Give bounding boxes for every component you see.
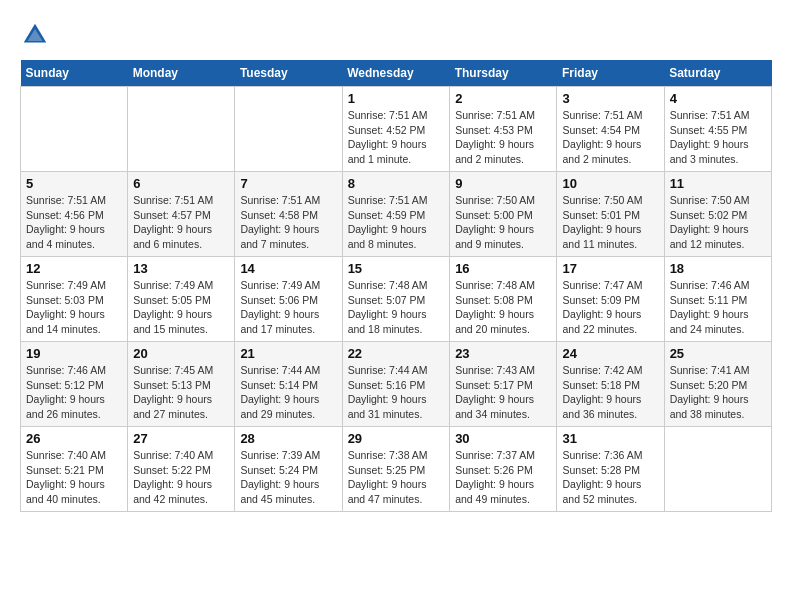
calendar-cell: 13Sunrise: 7:49 AM Sunset: 5:05 PM Dayli… xyxy=(128,257,235,342)
day-info: Sunrise: 7:46 AM Sunset: 5:11 PM Dayligh… xyxy=(670,278,766,337)
day-number: 18 xyxy=(670,261,766,276)
calendar-cell: 1Sunrise: 7:51 AM Sunset: 4:52 PM Daylig… xyxy=(342,87,450,172)
day-number: 27 xyxy=(133,431,229,446)
day-info: Sunrise: 7:45 AM Sunset: 5:13 PM Dayligh… xyxy=(133,363,229,422)
calendar-cell: 21Sunrise: 7:44 AM Sunset: 5:14 PM Dayli… xyxy=(235,342,342,427)
calendar-cell: 11Sunrise: 7:50 AM Sunset: 5:02 PM Dayli… xyxy=(664,172,771,257)
day-header-friday: Friday xyxy=(557,60,664,87)
calendar-cell: 19Sunrise: 7:46 AM Sunset: 5:12 PM Dayli… xyxy=(21,342,128,427)
day-number: 30 xyxy=(455,431,551,446)
calendar-cell: 24Sunrise: 7:42 AM Sunset: 5:18 PM Dayli… xyxy=(557,342,664,427)
day-info: Sunrise: 7:51 AM Sunset: 4:58 PM Dayligh… xyxy=(240,193,336,252)
day-number: 28 xyxy=(240,431,336,446)
calendar-cell: 29Sunrise: 7:38 AM Sunset: 5:25 PM Dayli… xyxy=(342,427,450,512)
day-number: 21 xyxy=(240,346,336,361)
calendar-cell: 5Sunrise: 7:51 AM Sunset: 4:56 PM Daylig… xyxy=(21,172,128,257)
day-number: 25 xyxy=(670,346,766,361)
day-info: Sunrise: 7:51 AM Sunset: 4:55 PM Dayligh… xyxy=(670,108,766,167)
day-number: 2 xyxy=(455,91,551,106)
calendar-header-row: SundayMondayTuesdayWednesdayThursdayFrid… xyxy=(21,60,772,87)
calendar-cell: 8Sunrise: 7:51 AM Sunset: 4:59 PM Daylig… xyxy=(342,172,450,257)
day-info: Sunrise: 7:49 AM Sunset: 5:05 PM Dayligh… xyxy=(133,278,229,337)
day-number: 29 xyxy=(348,431,445,446)
day-number: 13 xyxy=(133,261,229,276)
day-info: Sunrise: 7:37 AM Sunset: 5:26 PM Dayligh… xyxy=(455,448,551,507)
day-info: Sunrise: 7:40 AM Sunset: 5:22 PM Dayligh… xyxy=(133,448,229,507)
day-number: 8 xyxy=(348,176,445,191)
calendar-cell: 28Sunrise: 7:39 AM Sunset: 5:24 PM Dayli… xyxy=(235,427,342,512)
calendar-week-row: 12Sunrise: 7:49 AM Sunset: 5:03 PM Dayli… xyxy=(21,257,772,342)
day-info: Sunrise: 7:42 AM Sunset: 5:18 PM Dayligh… xyxy=(562,363,658,422)
day-info: Sunrise: 7:38 AM Sunset: 5:25 PM Dayligh… xyxy=(348,448,445,507)
day-number: 22 xyxy=(348,346,445,361)
day-info: Sunrise: 7:50 AM Sunset: 5:02 PM Dayligh… xyxy=(670,193,766,252)
day-number: 5 xyxy=(26,176,122,191)
calendar-cell: 6Sunrise: 7:51 AM Sunset: 4:57 PM Daylig… xyxy=(128,172,235,257)
day-number: 1 xyxy=(348,91,445,106)
day-number: 6 xyxy=(133,176,229,191)
calendar-cell: 9Sunrise: 7:50 AM Sunset: 5:00 PM Daylig… xyxy=(450,172,557,257)
day-number: 15 xyxy=(348,261,445,276)
logo-icon xyxy=(20,20,50,50)
day-number: 14 xyxy=(240,261,336,276)
calendar-cell: 27Sunrise: 7:40 AM Sunset: 5:22 PM Dayli… xyxy=(128,427,235,512)
day-number: 19 xyxy=(26,346,122,361)
day-number: 7 xyxy=(240,176,336,191)
day-header-sunday: Sunday xyxy=(21,60,128,87)
day-info: Sunrise: 7:51 AM Sunset: 4:53 PM Dayligh… xyxy=(455,108,551,167)
day-number: 9 xyxy=(455,176,551,191)
calendar-cell: 14Sunrise: 7:49 AM Sunset: 5:06 PM Dayli… xyxy=(235,257,342,342)
calendar-cell: 25Sunrise: 7:41 AM Sunset: 5:20 PM Dayli… xyxy=(664,342,771,427)
day-header-thursday: Thursday xyxy=(450,60,557,87)
day-number: 12 xyxy=(26,261,122,276)
day-info: Sunrise: 7:51 AM Sunset: 4:54 PM Dayligh… xyxy=(562,108,658,167)
day-number: 20 xyxy=(133,346,229,361)
calendar-cell: 2Sunrise: 7:51 AM Sunset: 4:53 PM Daylig… xyxy=(450,87,557,172)
calendar-cell xyxy=(21,87,128,172)
calendar-week-row: 19Sunrise: 7:46 AM Sunset: 5:12 PM Dayli… xyxy=(21,342,772,427)
calendar-cell: 31Sunrise: 7:36 AM Sunset: 5:28 PM Dayli… xyxy=(557,427,664,512)
day-number: 31 xyxy=(562,431,658,446)
day-info: Sunrise: 7:41 AM Sunset: 5:20 PM Dayligh… xyxy=(670,363,766,422)
calendar-cell: 12Sunrise: 7:49 AM Sunset: 5:03 PM Dayli… xyxy=(21,257,128,342)
day-number: 23 xyxy=(455,346,551,361)
calendar-cell: 4Sunrise: 7:51 AM Sunset: 4:55 PM Daylig… xyxy=(664,87,771,172)
calendar-week-row: 5Sunrise: 7:51 AM Sunset: 4:56 PM Daylig… xyxy=(21,172,772,257)
day-info: Sunrise: 7:49 AM Sunset: 5:03 PM Dayligh… xyxy=(26,278,122,337)
day-number: 3 xyxy=(562,91,658,106)
calendar-week-row: 1Sunrise: 7:51 AM Sunset: 4:52 PM Daylig… xyxy=(21,87,772,172)
day-number: 16 xyxy=(455,261,551,276)
day-info: Sunrise: 7:47 AM Sunset: 5:09 PM Dayligh… xyxy=(562,278,658,337)
day-info: Sunrise: 7:50 AM Sunset: 5:00 PM Dayligh… xyxy=(455,193,551,252)
calendar-cell: 18Sunrise: 7:46 AM Sunset: 5:11 PM Dayli… xyxy=(664,257,771,342)
calendar-week-row: 26Sunrise: 7:40 AM Sunset: 5:21 PM Dayli… xyxy=(21,427,772,512)
calendar-cell: 30Sunrise: 7:37 AM Sunset: 5:26 PM Dayli… xyxy=(450,427,557,512)
calendar-cell: 20Sunrise: 7:45 AM Sunset: 5:13 PM Dayli… xyxy=(128,342,235,427)
day-number: 11 xyxy=(670,176,766,191)
day-info: Sunrise: 7:44 AM Sunset: 5:16 PM Dayligh… xyxy=(348,363,445,422)
day-number: 10 xyxy=(562,176,658,191)
day-number: 4 xyxy=(670,91,766,106)
calendar-cell xyxy=(128,87,235,172)
day-info: Sunrise: 7:51 AM Sunset: 4:57 PM Dayligh… xyxy=(133,193,229,252)
day-number: 17 xyxy=(562,261,658,276)
day-info: Sunrise: 7:51 AM Sunset: 4:52 PM Dayligh… xyxy=(348,108,445,167)
calendar-cell: 23Sunrise: 7:43 AM Sunset: 5:17 PM Dayli… xyxy=(450,342,557,427)
calendar-cell: 10Sunrise: 7:50 AM Sunset: 5:01 PM Dayli… xyxy=(557,172,664,257)
day-number: 26 xyxy=(26,431,122,446)
day-info: Sunrise: 7:49 AM Sunset: 5:06 PM Dayligh… xyxy=(240,278,336,337)
day-info: Sunrise: 7:39 AM Sunset: 5:24 PM Dayligh… xyxy=(240,448,336,507)
calendar-cell: 26Sunrise: 7:40 AM Sunset: 5:21 PM Dayli… xyxy=(21,427,128,512)
day-header-saturday: Saturday xyxy=(664,60,771,87)
calendar-cell: 15Sunrise: 7:48 AM Sunset: 5:07 PM Dayli… xyxy=(342,257,450,342)
calendar-cell: 7Sunrise: 7:51 AM Sunset: 4:58 PM Daylig… xyxy=(235,172,342,257)
page-header xyxy=(20,20,772,50)
calendar-cell: 22Sunrise: 7:44 AM Sunset: 5:16 PM Dayli… xyxy=(342,342,450,427)
day-info: Sunrise: 7:40 AM Sunset: 5:21 PM Dayligh… xyxy=(26,448,122,507)
calendar: SundayMondayTuesdayWednesdayThursdayFrid… xyxy=(20,60,772,512)
calendar-cell: 17Sunrise: 7:47 AM Sunset: 5:09 PM Dayli… xyxy=(557,257,664,342)
day-info: Sunrise: 7:48 AM Sunset: 5:08 PM Dayligh… xyxy=(455,278,551,337)
day-info: Sunrise: 7:50 AM Sunset: 5:01 PM Dayligh… xyxy=(562,193,658,252)
day-header-monday: Monday xyxy=(128,60,235,87)
day-info: Sunrise: 7:51 AM Sunset: 4:59 PM Dayligh… xyxy=(348,193,445,252)
